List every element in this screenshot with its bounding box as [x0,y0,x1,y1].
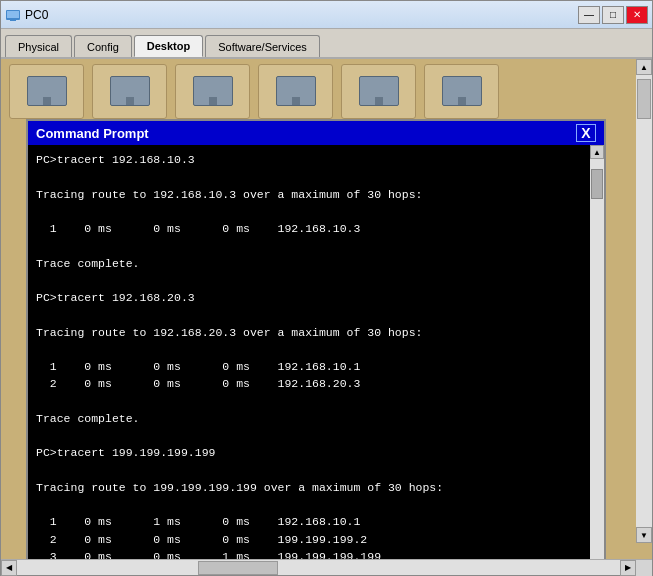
main-scroll-down[interactable]: ▼ [636,527,652,543]
scroll-up-arrow[interactable]: ▲ [590,145,604,159]
tab-desktop[interactable]: Desktop [134,35,203,57]
hscroll-left-arrow[interactable]: ◀ [1,560,17,576]
hscroll-right-arrow[interactable]: ▶ [620,560,636,576]
app-icon [5,7,21,23]
device-icon-4 [258,64,333,119]
window-title: PC0 [25,8,48,22]
main-scroll-up[interactable]: ▲ [636,59,652,75]
scroll-track [590,159,604,559]
main-window: PC0 — □ ✕ Physical Config Desktop Softwa… [0,0,653,576]
icon-tray [1,59,652,124]
tab-config[interactable]: Config [74,35,132,57]
main-vscrollbar[interactable]: ▲ ▼ [636,59,652,543]
device-img-4 [276,76,316,106]
device-icon-2 [92,64,167,119]
cmd-body[interactable]: PC>tracert 192.168.10.3 Tracing route to… [28,145,590,559]
device-img-5 [359,76,399,106]
hscroll-track [17,560,620,575]
h-scrollbar: ◀ ▶ [1,559,652,575]
tab-software-services[interactable]: Software/Services [205,35,320,57]
main-content: Command Prompt X PC>tracert 192.168.10.3… [1,59,652,559]
device-img-1 [27,76,67,106]
hscroll-thumb[interactable] [198,561,278,575]
title-bar-left: PC0 [5,7,48,23]
svg-rect-1 [7,11,19,18]
title-bar: PC0 — □ ✕ [1,1,652,29]
device-img-2 [110,76,150,106]
device-img-6 [442,76,482,106]
main-scroll-thumb[interactable] [637,79,651,119]
device-icon-6 [424,64,499,119]
close-button[interactable]: ✕ [626,6,648,24]
window-controls: — □ ✕ [578,6,648,24]
device-icon-1 [9,64,84,119]
tab-physical[interactable]: Physical [5,35,72,57]
main-scroll-track [636,75,652,527]
scroll-thumb[interactable] [591,169,603,199]
cmd-title-bar: Command Prompt X [28,121,604,145]
maximize-button[interactable]: □ [602,6,624,24]
device-icon-5 [341,64,416,119]
cmd-window: Command Prompt X PC>tracert 192.168.10.3… [26,119,606,559]
svg-rect-2 [10,19,16,21]
device-icon-3 [175,64,250,119]
cmd-close-button[interactable]: X [576,124,596,142]
cmd-vscrollbar[interactable]: ▲ ▼ [590,145,604,559]
tab-bar: Physical Config Desktop Software/Service… [1,29,652,59]
device-img-3 [193,76,233,106]
minimize-button[interactable]: — [578,6,600,24]
hscroll-corner [636,560,652,576]
cmd-title: Command Prompt [36,126,149,141]
